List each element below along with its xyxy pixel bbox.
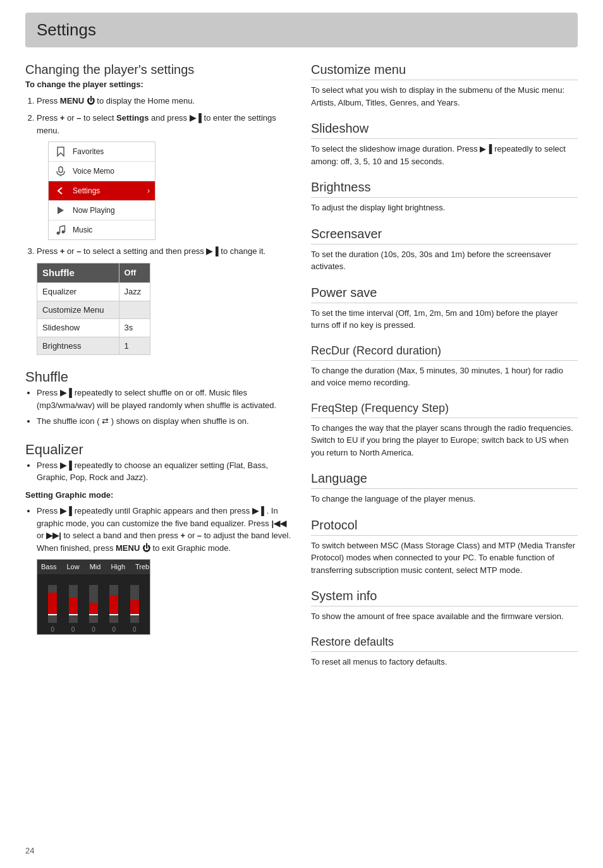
svg-marker-3 bbox=[58, 207, 64, 214]
page-number: 24 bbox=[25, 846, 34, 855]
menu-item-music: Music bbox=[49, 220, 155, 239]
settings-row-shuffle: Shuffle Off bbox=[37, 263, 150, 283]
power-save-section: Power save To set the time interval (Off… bbox=[311, 286, 578, 332]
settings-row-customize: Customize Menu bbox=[37, 301, 150, 319]
changing-settings-title: Changing the player's settings bbox=[25, 63, 292, 77]
settings-row-brightness: Brightness 1 bbox=[37, 337, 150, 355]
screensaver-section: Screensaver To set the duration (10s, 20… bbox=[311, 227, 578, 273]
brightness-text: To adjust the display light brightness. bbox=[311, 202, 578, 214]
menu-item-nowplaying: Now Playing bbox=[49, 201, 155, 220]
settings-table: Shuffle Off Equalizer Jazz Customize Men… bbox=[37, 263, 150, 356]
menu-label-music: Music bbox=[73, 224, 92, 236]
equalizer-section: Equalizer Press ▶▐ repeatedly to choose … bbox=[25, 442, 292, 636]
graphic-mode-bullet: Press ▶▐ repeatedly until Graphic appear… bbox=[37, 505, 292, 635]
menu-label-voicememo: Voice Memo bbox=[73, 166, 114, 177]
menu-item-favorites: Favorites bbox=[49, 142, 155, 162]
shuffle-bullet-1: Press ▶▐ repeatedly to select shuffle on… bbox=[37, 387, 292, 411]
equalizer-graphic: Bass Low Mid High Treb bbox=[37, 559, 150, 635]
play-icon bbox=[54, 203, 68, 217]
page-title: Settings bbox=[37, 20, 566, 40]
restore-defaults-text: To reset all menus to factory defaults. bbox=[311, 656, 578, 668]
protocol-title: Protocol bbox=[311, 518, 578, 536]
rec-dur-text: To change the duration (Max, 5 minutes, … bbox=[311, 365, 578, 389]
bookmark-icon bbox=[54, 145, 68, 159]
slideshow-section: Slideshow To select the slideshow image … bbox=[311, 121, 578, 167]
equalizer-bullet-1: Press ▶▐ repeatedly to choose an equaliz… bbox=[37, 459, 292, 484]
menu-label-favorites: Favorites bbox=[73, 146, 104, 157]
step-2: Press + or – to select Settings and pres… bbox=[37, 112, 292, 240]
right-column: Customize menu To select what you wish t… bbox=[311, 63, 578, 680]
graphic-mode-bullets: Press ▶▐ repeatedly until Graphic appear… bbox=[25, 505, 292, 635]
arrow-icon: › bbox=[147, 185, 150, 196]
customize-menu-text: To select what you wish to display in th… bbox=[311, 84, 578, 109]
settings-row-equalizer: Equalizer Jazz bbox=[37, 283, 150, 301]
graphic-mode-label: Setting Graphic mode: bbox=[25, 489, 292, 502]
equalizer-title: Equalizer bbox=[25, 442, 292, 458]
freqstep-section: FreqStep (Frequency Step) To changes the… bbox=[311, 402, 578, 459]
shuffle-title: Shuffle bbox=[25, 369, 292, 385]
eq-header: Bass Low Mid High Treb bbox=[37, 560, 150, 574]
eq-bar-low: 0 bbox=[69, 585, 78, 634]
mic-icon bbox=[54, 164, 68, 178]
screensaver-text: To set the duration (10s, 20s, 30s and 1… bbox=[311, 248, 578, 273]
menu-label-nowplaying: Now Playing bbox=[73, 205, 115, 216]
menu-label-settings: Settings bbox=[73, 185, 100, 196]
eq-bar-treb: 0 bbox=[130, 585, 139, 634]
menu-item-voicememo: Voice Memo bbox=[49, 162, 155, 181]
screensaver-title: Screensaver bbox=[311, 227, 578, 244]
two-column-layout: Changing the player's settings To change… bbox=[25, 63, 578, 680]
power-save-text: To set the time interval (Off, 1m, 2m, 5… bbox=[311, 307, 578, 332]
shuffle-section: Shuffle Press ▶▐ repeatedly to select sh… bbox=[25, 369, 292, 428]
shuffle-bullets: Press ▶▐ repeatedly to select shuffle on… bbox=[25, 387, 292, 428]
svg-marker-0 bbox=[58, 147, 64, 156]
language-title: Language bbox=[311, 471, 578, 489]
freqstep-title: FreqStep (Frequency Step) bbox=[311, 402, 578, 418]
slideshow-text: To select the slideshow image duration. … bbox=[311, 143, 578, 167]
steps-list: Press MENU ⏻ to display the Home menu. P… bbox=[25, 95, 292, 356]
left-column: Changing the player's settings To change… bbox=[25, 63, 292, 680]
brightness-section: Brightness To adjust the display light b… bbox=[311, 180, 578, 214]
settings-row-slideshow: Slideshow 3s bbox=[37, 319, 150, 337]
page: Settings Changing the player's settings … bbox=[0, 0, 603, 868]
restore-defaults-title: Restore defaults bbox=[311, 636, 578, 652]
eq-bar-high: 0 bbox=[109, 585, 118, 634]
freqstep-text: To changes the way that the player scans… bbox=[311, 422, 578, 459]
language-text: To change the language of the player men… bbox=[311, 493, 578, 505]
eq-bar-mid: 0 bbox=[89, 585, 98, 634]
menu-item-settings: Settings › bbox=[49, 181, 155, 201]
restore-defaults-section: Restore defaults To reset all menus to f… bbox=[311, 636, 578, 668]
language-section: Language To change the language of the p… bbox=[311, 471, 578, 505]
protocol-text: To switch between MSC (Mass Storage Clas… bbox=[311, 539, 578, 577]
rec-dur-section: RecDur (Record duration) To change the d… bbox=[311, 344, 578, 389]
page-header: Settings bbox=[25, 13, 578, 47]
customize-menu-title: Customize menu bbox=[311, 63, 578, 80]
equalizer-bullets: Press ▶▐ repeatedly to choose an equaliz… bbox=[25, 459, 292, 484]
rec-dur-title: RecDur (Record duration) bbox=[311, 344, 578, 361]
system-info-title: System info bbox=[311, 589, 578, 606]
music-note-icon bbox=[54, 223, 68, 237]
shuffle-bullet-2: The shuffle icon ( ⇄ ) shows on display … bbox=[37, 415, 292, 428]
customize-menu-section: Customize menu To select what you wish t… bbox=[311, 63, 578, 109]
back-arrow-icon bbox=[54, 184, 68, 198]
eq-bars-area: 0 0 bbox=[37, 574, 150, 635]
system-info-section: System info To show the amount of free s… bbox=[311, 589, 578, 623]
power-save-title: Power save bbox=[311, 286, 578, 303]
changing-settings-bold: To change the player settings: bbox=[25, 78, 292, 91]
slideshow-title: Slideshow bbox=[311, 121, 578, 139]
protocol-section: Protocol To switch between MSC (Mass Sto… bbox=[311, 518, 578, 577]
svg-line-8 bbox=[60, 226, 65, 227]
step-3: Press + or – to select a setting and the… bbox=[37, 245, 292, 355]
menu-screenshot: Favorites Voice Memo bbox=[48, 142, 155, 240]
svg-rect-1 bbox=[59, 167, 63, 172]
eq-bar-bass: 0 bbox=[48, 585, 57, 634]
changing-settings-section: Changing the player's settings To change… bbox=[25, 63, 292, 355]
step-1: Press MENU ⏻ to display the Home menu. bbox=[37, 95, 292, 107]
brightness-title: Brightness bbox=[311, 180, 578, 198]
system-info-text: To show the amount of free space availab… bbox=[311, 610, 578, 623]
